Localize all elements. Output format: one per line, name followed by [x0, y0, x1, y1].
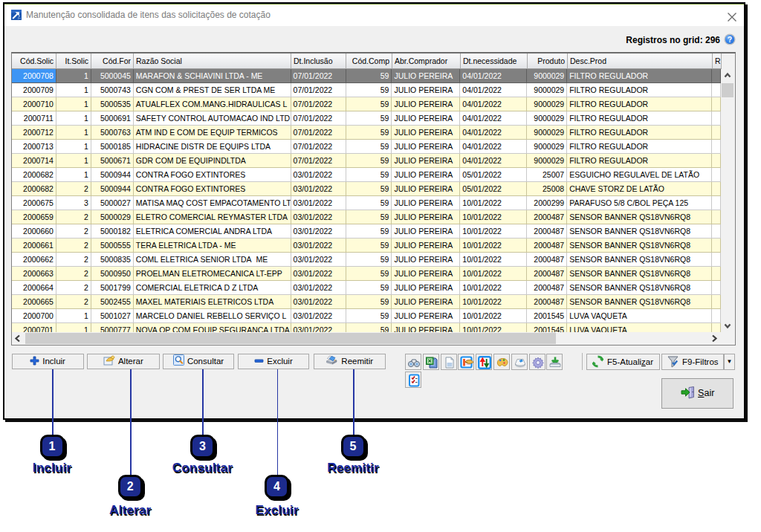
svg-text:?: ?: [728, 36, 732, 44]
